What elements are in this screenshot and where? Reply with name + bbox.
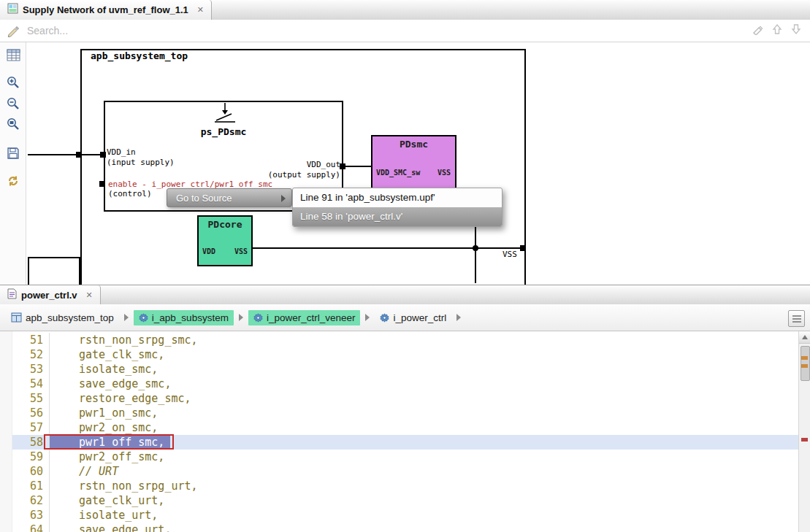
close-icon[interactable]: ✕ (197, 5, 204, 15)
code-line-63[interactable]: 63isolate_urt, (12, 508, 810, 523)
supply-network-tabbar: Supply Network of uvm_ref_flow_1.1 ✕ (0, 0, 810, 20)
tab-supply-network[interactable]: Supply Network of uvm_ref_flow_1.1 ✕ (0, 0, 212, 20)
code-text: pwr1_off_smc, (50, 435, 170, 450)
line-number: 60 (12, 464, 49, 479)
net-label-vss: VSS (503, 250, 517, 259)
code-cell: pwr2_on_smc, (49, 420, 810, 435)
scrollbar-thumb[interactable] (801, 346, 810, 381)
code-cell: gate_clk_smc, (49, 347, 810, 362)
port-label-vss: VSS (438, 169, 451, 177)
code-cell: rstn_non_srpg_smc, (49, 333, 810, 347)
clipped-module-box[interactable] (28, 257, 80, 285)
code-text: isolate_smc, (50, 362, 158, 377)
close-icon[interactable]: ✕ (86, 290, 93, 300)
supply-network-canvas[interactable]: apb_subsystem_top ps_PDsmc VDD_in (input… (26, 42, 810, 285)
code-editor[interactable]: 51rstn_non_srpg_smc,52gate_clk_smc,53iso… (0, 331, 810, 532)
code-line-58[interactable]: 58pwr1_off_smc, (12, 435, 810, 450)
annotation-mark (801, 438, 808, 442)
code-line-52[interactable]: 52gate_clk_smc, (12, 347, 810, 362)
port-label-vdd-smc-sw: VDD_SMC_sw (376, 169, 420, 177)
code-text: gate_clk_smc, (50, 347, 164, 362)
code-cell: save_edge_smc, (49, 377, 810, 391)
domain-box-pdsmc[interactable]: PDsmc VDD_SMC_sw VSS (371, 135, 456, 190)
breadcrumb-label: i_power_ctrl_veneer (267, 312, 356, 323)
scroll-up-icon[interactable] (799, 331, 810, 344)
menu-item-label: Go to Source (176, 193, 232, 204)
tab-power-ctrl-v[interactable]: power_ctrl.v ✕ (0, 285, 101, 305)
code-cell: rstn_non_srpg_urt, (49, 479, 810, 493)
breadcrumb-label: i_power_ctrl (393, 312, 446, 323)
search-bar (0, 20, 810, 42)
domain-box-pdcore[interactable]: PDcore VDD VSS (197, 215, 253, 266)
code-text: save_edge_smc, (50, 377, 171, 391)
arrow-down-icon[interactable] (791, 23, 801, 38)
code-text: pwr2_on_smc, (50, 420, 158, 435)
instance-gear-icon (253, 313, 263, 323)
code-cell: gate_clk_urt, (49, 493, 810, 508)
diagram-toolbar (0, 42, 26, 285)
editor-scrollbar[interactable] (798, 331, 810, 532)
supply-network-icon (7, 3, 18, 17)
zoom-out-icon[interactable] (5, 96, 21, 112)
arrow-up-icon[interactable] (772, 23, 782, 38)
line-number: 55 (12, 391, 49, 406)
breadcrumb-label: apb_subsystem_top (26, 312, 114, 323)
code-cell: restore_edge_smc, (49, 391, 810, 406)
code-line-51[interactable]: 51rstn_non_srpg_smc, (12, 333, 810, 347)
code-line-56[interactable]: 56pwr1_on_smc, (12, 406, 810, 420)
breadcrumb-item-i_power_ctrl_veneer[interactable]: i_power_ctrl_veneer (248, 310, 361, 325)
save-icon[interactable] (5, 145, 21, 161)
chevron-right-icon[interactable] (456, 314, 461, 321)
line-number: 61 (12, 479, 49, 493)
marker-icon[interactable] (752, 23, 763, 38)
code-line-57[interactable]: 57pwr2_on_smc, (12, 420, 810, 435)
code-cell: pwr2_off_smc, (49, 450, 810, 464)
code-text: pwr2_off_smc, (50, 450, 164, 464)
code-cell: pwr1_on_smc, (49, 406, 810, 420)
domain-label: PDsmc (372, 139, 455, 150)
submenu-item[interactable]: Line 91 in 'apb_subsystem.upf' (293, 188, 502, 207)
line-number: 52 (12, 347, 49, 362)
chevron-right-icon[interactable] (124, 314, 129, 321)
editor-tabbar: power_ctrl.v ✕ (0, 285, 810, 306)
chevron-right-icon[interactable] (239, 314, 243, 321)
instance-gear-icon (380, 313, 389, 323)
context-menu-go-to-source[interactable]: Go to Source (167, 188, 292, 207)
code-line-62[interactable]: 62gate_clk_urt, (12, 493, 810, 508)
zoom-in-icon[interactable] (5, 74, 21, 90)
code-text: gate_clk_urt, (50, 493, 164, 508)
sync-icon[interactable] (5, 173, 21, 189)
zoom-fit-icon[interactable] (5, 116, 21, 132)
code-line-54[interactable]: 54save_edge_smc, (12, 377, 810, 391)
outline-icon[interactable] (788, 310, 805, 327)
search-input[interactable] (26, 24, 752, 37)
code-line-64[interactable]: 64save_edge_urt, (12, 523, 810, 532)
code-text: // URT (50, 464, 118, 479)
port-desc-control: (control) (108, 189, 152, 198)
go-to-source-submenu: Line 91 in 'apb_subsystem.upf'Line 58 in… (292, 188, 503, 227)
code-line-60[interactable]: 60// URT (12, 464, 810, 479)
code-text: isolate_urt, (50, 508, 158, 523)
chevron-right-icon[interactable] (365, 314, 370, 321)
line-number: 62 (12, 493, 49, 508)
grid-icon[interactable] (5, 47, 21, 63)
breadcrumb-item-apb_subsystem_top[interactable]: apb_subsystem_top (6, 310, 119, 325)
edit-icon[interactable] (7, 24, 20, 37)
breadcrumb-item-i_power_ctrl[interactable]: i_power_ctrl (375, 310, 451, 325)
breadcrumb-item-i_apb_subsystem[interactable]: i_apb_subsystem (134, 310, 234, 325)
verilog-file-icon (7, 288, 17, 302)
code-line-61[interactable]: 61rstn_non_srpg_urt, (12, 479, 810, 493)
code-line-59[interactable]: 59pwr2_off_smc, (12, 450, 810, 464)
code-cell: save_edge_urt, (49, 523, 810, 532)
submenu-item[interactable]: Line 58 in 'power_ctrl.v' (293, 207, 502, 226)
code-line-55[interactable]: 55restore_edge_smc, (12, 391, 810, 406)
line-number: 64 (12, 523, 49, 532)
annotation-mark (801, 356, 808, 360)
module-icon (11, 312, 22, 323)
port-label-vss: VSS (234, 247, 248, 255)
code-text: rstn_non_srpg_urt, (50, 479, 198, 493)
line-number: 56 (12, 406, 49, 420)
code-line-53[interactable]: 53isolate_smc, (12, 362, 810, 377)
code-cell: pwr1_off_smc, (49, 435, 810, 450)
port-label-vdd-in: VDD_in (107, 147, 136, 157)
